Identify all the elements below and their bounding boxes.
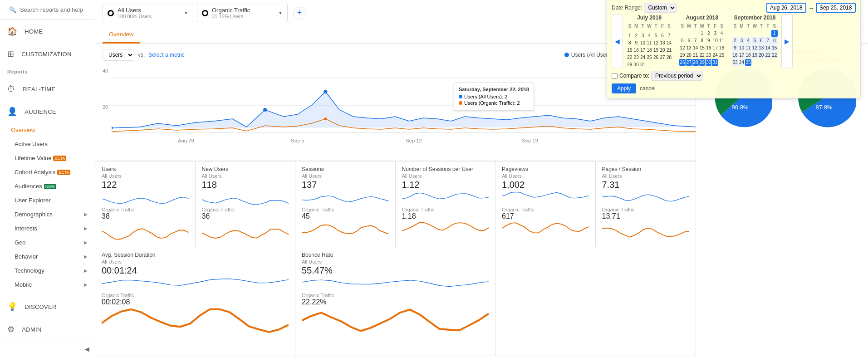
cal-day-1-23[interactable]: 23 [706, 52, 711, 59]
cal-day-1-30[interactable]: 30 [706, 59, 711, 66]
sidebar-item-demographics[interactable]: Demographics ▶ [0, 207, 95, 221]
cal-day-0-9[interactable]: 9 [633, 39, 639, 46]
cal-day-2-4[interactable]: 4 [745, 37, 751, 44]
sidebar-item-audiences[interactable]: Audiences NEW [0, 179, 95, 193]
cal-day-0-26[interactable]: 26 [653, 54, 659, 61]
cal-day-0-16[interactable]: 16 [633, 47, 639, 54]
cal-day-0-10[interactable]: 10 [640, 39, 646, 46]
cal-day-0-6[interactable]: 6 [659, 32, 665, 39]
cal-day-1-14[interactable]: 14 [692, 44, 698, 51]
sidebar-item-lifetime-value[interactable]: Lifetime Value BETA [0, 151, 95, 165]
nav-customization[interactable]: ⊞ CUSTOMIZATION [0, 43, 95, 65]
cal-day-1-28[interactable]: 28 [692, 59, 698, 66]
cancel-button[interactable]: cancel [640, 85, 656, 92]
cal-day-1-11[interactable]: 11 [719, 37, 725, 44]
cal-day-2-2[interactable]: 2 [732, 37, 738, 44]
cal-day-1-9[interactable]: 9 [706, 37, 711, 44]
cal-day-0-5[interactable]: 5 [653, 32, 659, 39]
sidebar-item-cohort-analysis[interactable]: Cohort Analysis BETA [0, 165, 95, 179]
cal-day-1-1[interactable]: 1 [699, 30, 705, 37]
cal-day-0-2[interactable]: 2 [633, 32, 639, 39]
cal-day-2-16[interactable]: 16 [732, 52, 738, 59]
cal-day-1-16[interactable]: 16 [706, 44, 711, 51]
sidebar-item-active-users[interactable]: Active Users [0, 137, 95, 151]
cal-day-2-23[interactable]: 23 [732, 59, 738, 66]
cal-day-0-1[interactable]: 1 [627, 32, 633, 39]
cal-day-0-24[interactable]: 24 [640, 54, 646, 61]
cal-day-0-29[interactable]: 29 [627, 61, 633, 68]
cal-day-0-7[interactable]: 7 [666, 32, 672, 39]
range-select[interactable]: Custom [644, 3, 677, 13]
cal-day-0-27[interactable]: 27 [659, 54, 665, 61]
cal-day-1-5[interactable]: 5 [679, 37, 685, 44]
nav-discover[interactable]: 💡 DISCOVER [0, 295, 95, 318]
cal-day-2-8[interactable]: 8 [771, 37, 777, 44]
cal-prev-btn[interactable]: ◀ [612, 15, 623, 68]
sidebar-item-behavior[interactable]: Behavior ▶ [0, 249, 95, 264]
sidebar-item-mobile[interactable]: Mobile ▶ [0, 278, 95, 292]
cal-day-0-13[interactable]: 13 [659, 39, 665, 46]
segment-all-users[interactable]: All Users 100.00% Users ▼ [103, 4, 193, 22]
cal-day-0-28[interactable]: 28 [666, 54, 672, 61]
compare-select[interactable]: Previous period [651, 71, 703, 81]
segment-organic-traffic[interactable]: Organic Traffic 31.15% Users ▼ [197, 4, 288, 22]
cal-day-2-1[interactable]: 1 [771, 30, 777, 37]
cal-day-0-30[interactable]: 30 [633, 61, 639, 68]
cal-day-2-5[interactable]: 5 [752, 37, 758, 44]
nav-admin[interactable]: ⚙ ADMIN [0, 318, 95, 341]
metric-select[interactable]: Users [103, 49, 134, 61]
cal-day-2-17[interactable]: 17 [739, 52, 745, 59]
cal-day-1-2[interactable]: 2 [706, 30, 711, 37]
sidebar-collapse-btn[interactable]: ◀ [0, 341, 95, 357]
cal-day-0-17[interactable]: 17 [640, 47, 646, 54]
cal-day-1-29[interactable]: 29 [699, 59, 705, 66]
cal-day-0-12[interactable]: 12 [653, 39, 659, 46]
cal-day-2-6[interactable]: 6 [758, 37, 764, 44]
cal-day-0-21[interactable]: 21 [666, 47, 672, 54]
cal-day-0-22[interactable]: 22 [627, 54, 633, 61]
cal-day-0-8[interactable]: 8 [627, 39, 633, 46]
cal-day-1-22[interactable]: 22 [699, 52, 705, 59]
cal-day-0-31[interactable]: 31 [640, 61, 646, 68]
cal-day-0-19[interactable]: 19 [653, 47, 659, 54]
cal-day-2-9[interactable]: 9 [732, 44, 738, 51]
cal-day-0-25[interactable]: 25 [646, 54, 652, 61]
cal-day-1-26[interactable]: 26 [679, 59, 685, 66]
cal-day-2-7[interactable]: 7 [765, 37, 771, 44]
cal-day-2-15[interactable]: 15 [771, 44, 777, 51]
cal-day-2-19[interactable]: 19 [752, 52, 758, 59]
cal-day-0-23[interactable]: 23 [633, 54, 639, 61]
cal-day-1-6[interactable]: 6 [686, 37, 692, 44]
cal-day-1-25[interactable]: 25 [719, 52, 725, 59]
cal-day-1-17[interactable]: 17 [712, 44, 718, 51]
cal-day-1-4[interactable]: 4 [719, 30, 725, 37]
cal-day-1-21[interactable]: 21 [692, 52, 698, 59]
cal-day-1-15[interactable]: 15 [699, 44, 705, 51]
cal-day-2-25[interactable]: 25 [745, 59, 751, 66]
sidebar-item-user-explorer[interactable]: User Explorer [0, 193, 95, 207]
date-from-input[interactable] [766, 3, 806, 13]
date-to-input[interactable] [816, 3, 856, 13]
sidebar-item-technology[interactable]: Technology ▶ [0, 264, 95, 278]
add-segment-button[interactable]: + [293, 7, 306, 20]
cal-day-2-12[interactable]: 12 [752, 44, 758, 51]
select-metric-link[interactable]: Select a metric [148, 52, 184, 58]
nav-audience[interactable]: 👤 AUDIENCE [0, 100, 95, 123]
cal-day-1-31[interactable]: 31 [712, 59, 718, 66]
cal-day-0-4[interactable]: 4 [646, 32, 652, 39]
cal-day-1-24[interactable]: 24 [712, 52, 718, 59]
compare-checkbox[interactable] [612, 73, 618, 79]
cal-day-2-3[interactable]: 3 [739, 37, 745, 44]
cal-day-0-20[interactable]: 20 [659, 47, 665, 54]
cal-day-2-10[interactable]: 10 [739, 44, 745, 51]
cal-day-1-7[interactable]: 7 [692, 37, 698, 44]
cal-day-1-27[interactable]: 27 [686, 59, 692, 66]
cal-day-0-14[interactable]: 14 [666, 39, 672, 46]
cal-day-2-11[interactable]: 11 [745, 44, 751, 51]
sidebar-item-geo[interactable]: Geo ▶ [0, 235, 95, 249]
cal-day-0-15[interactable]: 15 [627, 47, 633, 54]
cal-day-1-12[interactable]: 12 [679, 44, 685, 51]
cal-day-1-8[interactable]: 8 [699, 37, 705, 44]
nav-home[interactable]: 🏠 HOME [0, 20, 95, 43]
cal-day-2-24[interactable]: 24 [739, 59, 745, 66]
